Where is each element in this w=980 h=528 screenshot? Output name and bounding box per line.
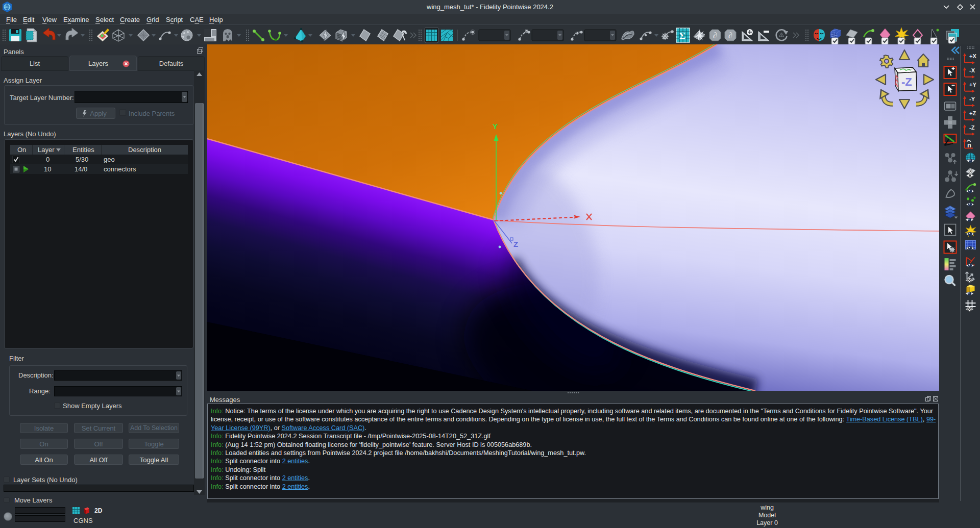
svg-text:n: n <box>967 141 971 149</box>
svg-text:Z: Z <box>513 240 518 248</box>
svg-text:Σ: Σ <box>679 31 685 41</box>
svg-text:+Y: +Y <box>969 82 976 88</box>
svg-text:∂: ∂ <box>728 31 732 40</box>
svg-text:-Z: -Z <box>901 76 912 88</box>
svg-text:Y: Y <box>493 122 498 131</box>
svg-text:+Z: +Z <box>969 110 976 116</box>
svg-text:+X: +X <box>969 53 976 59</box>
svg-text:∂: ∂ <box>713 31 717 40</box>
svg-text:-Y: -Y <box>969 96 975 102</box>
svg-text:-Z: -Z <box>969 124 975 131</box>
svg-text:-X: -X <box>969 67 975 73</box>
